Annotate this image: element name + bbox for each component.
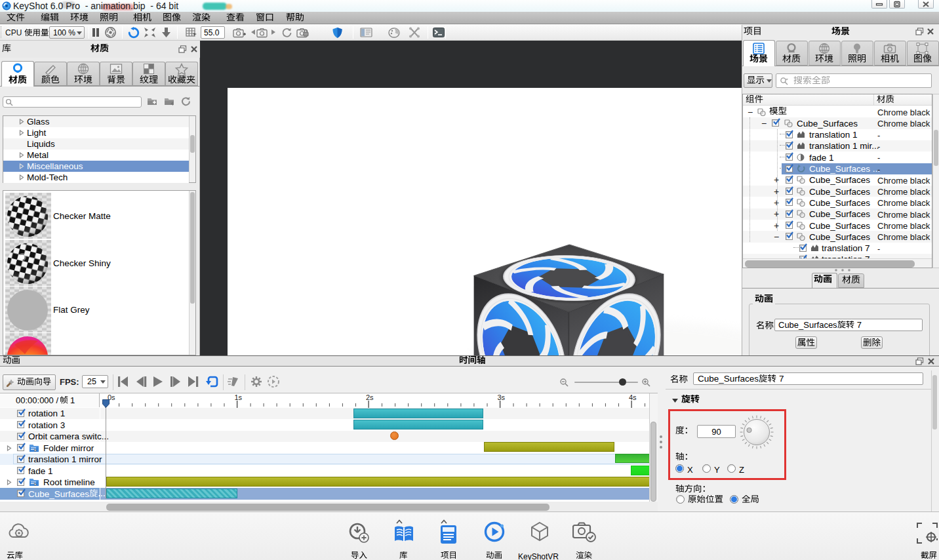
svg-text:1s: 1s	[235, 394, 243, 401]
svg-text:4s: 4s	[629, 394, 637, 401]
svg-text:2s: 2s	[366, 394, 374, 401]
svg-text:3s: 3s	[498, 394, 506, 401]
